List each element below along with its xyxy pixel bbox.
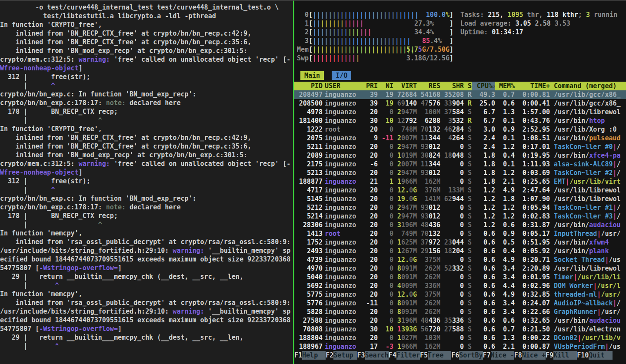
terminal-line: | ^: [0, 116, 293, 125]
column-header-s[interactable]: S: [464, 82, 472, 90]
text-segment: inguanzo: [325, 195, 356, 203]
fkey-nice-[interactable]: F8Nice +: [514, 351, 546, 360]
column-header-pid[interactable]: PID: [297, 82, 323, 90]
text-segment: /: [617, 143, 621, 151]
process-row-188967[interactable]: 188967inguanzo17-31966M162M0S0.62.10:00.…: [294, 342, 626, 351]
column-header-ni[interactable]: NI: [378, 82, 393, 90]
process-row-2089[interactable]: 2089inguanzo2001019M3082418048S1.80.40:1…: [294, 151, 626, 160]
tasks-summary: Tasks: 215, 1095 thr, 118 kthr; 3 runnin: [460, 10, 624, 19]
process-row-28306[interactable]: 28306inguanzo2003196M484360S1.20.60:31.8…: [294, 221, 626, 229]
column-header-res[interactable]: RES: [417, 82, 440, 90]
process-row-5214[interactable]: 5214inguanzo2002947M930120S1.21.20:02.83…: [294, 212, 626, 221]
fkey-nice-[interactable]: F7Nice -: [483, 351, 514, 360]
process-row-208500[interactable]: 208500inguanzo3919691404757633904R25.00.…: [294, 99, 626, 108]
text-segment: 0: [390, 247, 393, 255]
text-segment: 1.2: [503, 204, 515, 212]
text-segment: 0: [460, 212, 464, 220]
column-header-user[interactable]: USER: [325, 82, 362, 90]
cell-user: inguanzo: [325, 203, 362, 212]
process-row-5692[interactable]: 5692inguanzo2004009M336M0S0.64.40:02.96D…: [294, 281, 626, 290]
fkey-sortby[interactable]: F6SortBy: [451, 351, 483, 360]
cell-pri: 20: [362, 308, 378, 316]
text-segment: /usr/lib/librewol: [554, 195, 621, 203]
process-row-188804[interactable]: 188804inguanzo2001027M103M0S0.61.30:00.2…: [294, 334, 626, 342]
text-segment: |: [0, 116, 98, 124]
process-row-5040[interactable]: 5040inguanzo2008091M262M0S0.63.40:01.95T…: [294, 273, 626, 281]
cell-user: inguanzo: [325, 116, 362, 125]
cell-pid: 2175: [297, 160, 323, 169]
text-segment: S: [468, 273, 472, 281]
cell-cpu: 6.7: [472, 116, 495, 125]
process-row-5213[interactable]: 5213inguanzo2002947M930120S1.81.20:03.69…: [294, 169, 626, 177]
process-row-188877[interactable]: 188877inguanzo2111966M162M0S1.82.10:25.6…: [294, 177, 626, 186]
process-row-1752[interactable]: 1752inguanzo2001625M3797223044S0.60.50:5…: [294, 238, 626, 247]
cell-cpu: 0.6: [472, 290, 495, 299]
fkey-filter[interactable]: F4Filter: [389, 351, 420, 360]
column-header-shr[interactable]: SHR: [440, 82, 464, 90]
process-row-4717[interactable]: 4717inguanzo20012.0G376M133MS1.24.92:47.…: [294, 186, 626, 195]
process-row-5211[interactable]: 5211inguanzo2002947M930120S2.41.20:17.01…: [294, 142, 626, 151]
text-segment: 1: [397, 334, 401, 342]
text-segment: 0:51.95: [523, 238, 550, 246]
text-segment: 262M: [425, 265, 440, 272]
process-row-5776[interactable]: 5776inguanzo-1108091M262M0S0.63.40:24.07…: [294, 299, 626, 308]
process-row-208497[interactable]: 208497inguanzo3919726845416835208R49.30.…: [294, 90, 626, 99]
process-row-4739[interactable]: 4739inguanzo20012.0G375M0S0.64.90:20.71S…: [294, 255, 626, 264]
process-row-4970[interactable]: 4970inguanzo2008091M262M52332S0.63.42:20…: [294, 264, 626, 273]
tab-io[interactable]: I/O: [332, 71, 351, 80]
column-header-pri[interactable]: PRI: [362, 82, 378, 90]
cell-s: S: [464, 308, 472, 316]
cell-s: S: [464, 212, 472, 221]
process-row-2175[interactable]: 2175inguanzo-602007M113440S1.80.11:11.93…: [294, 160, 626, 169]
text-segment: EMT: [554, 178, 566, 185]
text-segment: 0: [460, 343, 464, 351]
fkey-tree[interactable]: F5Tree: [420, 351, 451, 360]
process-row-5145[interactable]: 5145inguanzo20019.0G141M62944S1.21.81:07…: [294, 195, 626, 203]
cell-user: inguanzo: [325, 281, 362, 290]
cell-pid: 188804: [297, 334, 323, 342]
cell-shr: 35208: [440, 90, 464, 99]
process-row-2493[interactable]: 2493inguanzo2001267M2915618204S0.60.40:0…: [294, 247, 626, 255]
text-segment: 5211: [307, 143, 323, 151]
process-row-27588[interactable]: 27588inguanzo2003196M4843635336S0.60.60:…: [294, 316, 626, 325]
process-row-4978[interactable]: 4978inguanzo2002947M100M37584S6.71.31:57…: [294, 108, 626, 116]
column-header-cpu[interactable]: CPU%▽: [472, 82, 495, 90]
cell-s: S: [464, 290, 472, 299]
process-row-5828[interactable]: 5828inguanzo2008091M262M0S0.63.40:22.66G…: [294, 308, 626, 316]
fkey-search[interactable]: F3Search: [357, 351, 389, 360]
cell-user: inguanzo: [325, 238, 362, 247]
process-row-70808[interactable]: 70808inguanzo30101393G5672027588S0.60.70…: [294, 325, 626, 334]
text-segment: 0: [460, 308, 464, 316]
process-row-1413[interactable]: 1413root200749M701320S0.60.90:05.17Input…: [294, 229, 626, 238]
column-header-time[interactable]: TIME+: [515, 82, 550, 90]
process-row-5775[interactable]: 5775inguanzo20012.0G375M0S0.64.90:32.85t…: [294, 290, 626, 299]
tab-main[interactable]: Main: [300, 71, 324, 80]
fkey-quit[interactable]: F10Quit: [577, 351, 612, 360]
text-segment: 27.3%: [414, 20, 434, 27]
text-segment: inguanzo: [325, 143, 356, 151]
process-row-5212[interactable]: 5212inguanzo2002947M930120S1.21.20:05.94…: [294, 203, 626, 212]
cell-shr: 35336: [440, 316, 464, 325]
text-segment: inguanzo: [325, 238, 356, 246]
cell-cmd: /usr/lib/librewol: [550, 195, 626, 203]
text-segment: ecified bound 18446744073709551615 excee…: [0, 255, 290, 263]
fkey-help[interactable]: F1Help: [294, 351, 326, 360]
column-header-virt[interactable]: VIRT: [393, 82, 417, 90]
process-row-181400[interactable]: 181400inguanzo30101279262883532R6.70.10:…: [294, 116, 626, 125]
cell-user: inguanzo: [325, 186, 362, 195]
compiler-output-pane[interactable]: -o test/curve448_internal_test test/curv…: [0, 0, 293, 364]
text-segment: 0: [460, 256, 464, 264]
fkey-setup[interactable]: F2Setup: [326, 351, 357, 360]
cell-virt: 8091M: [393, 308, 417, 316]
fkey-kill[interactable]: F9Kill: [546, 351, 577, 360]
cell-pri: 20: [362, 316, 378, 325]
text-segment: 332: [452, 265, 464, 272]
process-row-1222[interactable]: 1222root200748M7013246284S3.00.92:52.95/…: [294, 125, 626, 134]
column-header-mem[interactable]: MEM%: [495, 82, 515, 90]
text-segment: ^: [51, 186, 55, 194]
cell-mem: 1.3: [495, 334, 515, 342]
process-row-2075[interactable]: 2075inguanzo9-112007M113444264S2.40.11:0…: [294, 134, 626, 142]
htop-pane[interactable]: Tasks: 215, 1095 thr, 118 kthr; 3 runnin…: [294, 0, 626, 364]
text-segment: 1.2: [483, 195, 495, 203]
column-header-cmd[interactable]: Command (merged): [550, 82, 626, 90]
